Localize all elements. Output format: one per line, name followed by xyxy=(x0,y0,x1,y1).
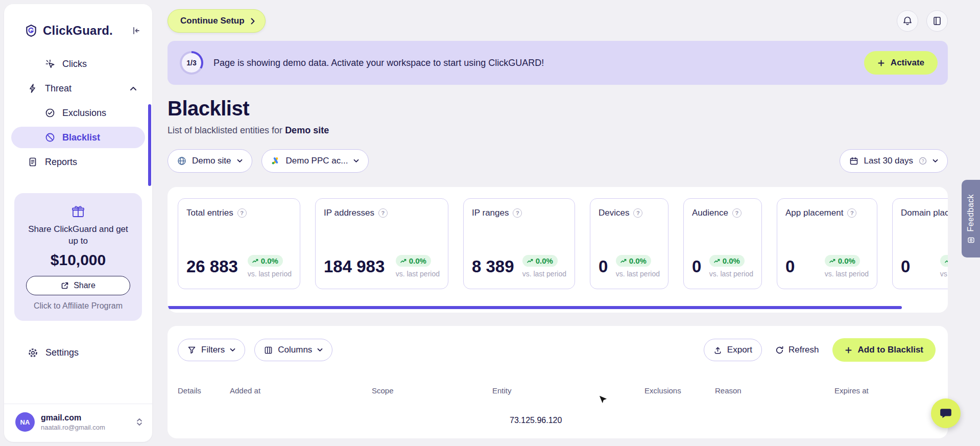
stat-label: IP addresses xyxy=(324,208,374,218)
stat-vs-label: vs. last period xyxy=(396,269,440,278)
sidebar-item-label: Clicks xyxy=(62,59,87,69)
google-ads-icon xyxy=(271,156,280,166)
setup-progress-ring: 1/3 xyxy=(180,51,203,75)
continue-setup-button[interactable]: Continue Setup xyxy=(168,9,266,33)
bell-icon xyxy=(902,16,913,26)
share-button-label: Share xyxy=(74,281,95,290)
chat-widget-button[interactable] xyxy=(931,398,961,428)
help-circle-icon: ? xyxy=(919,157,927,165)
filters-button[interactable]: Filters xyxy=(178,339,245,361)
column-header[interactable]: Expires at xyxy=(834,386,869,395)
column-header[interactable]: Reason xyxy=(715,386,742,395)
site-selector-label: Demo site xyxy=(192,156,231,166)
sidebar-item-label: Blacklist xyxy=(62,132,100,143)
sidebar-item-label: Exclusions xyxy=(62,108,106,119)
stat-vs-label: vs. last period xyxy=(709,269,753,278)
chevron-down-icon xyxy=(353,159,359,163)
column-header[interactable]: Scope xyxy=(372,386,394,395)
gift-icon xyxy=(23,204,133,219)
info-icon[interactable]: ? xyxy=(237,208,247,218)
subtitle-prefix: List of blacklisted entities for xyxy=(168,125,282,135)
columns-button[interactable]: Columns xyxy=(254,339,332,361)
column-header[interactable]: Details xyxy=(178,386,201,395)
columns-label: Columns xyxy=(278,345,312,355)
trend-badge: 0.0% xyxy=(522,255,558,267)
main-content: Continue Setup 1/3 Page is showing demo … xyxy=(168,0,948,446)
column-header[interactable]: Exclusions xyxy=(644,386,681,395)
docs-button[interactable] xyxy=(926,10,948,32)
stats-cards-row: Total entries? 26 883 0.0% vs. last peri… xyxy=(178,198,948,289)
info-icon[interactable]: ? xyxy=(732,208,742,218)
columns-icon xyxy=(264,346,273,355)
stat-card-domain-placement: Domain placement? 0 0.0% vs. last period xyxy=(892,198,948,289)
chevron-up-icon xyxy=(130,86,137,91)
table-row[interactable]: 73.125.96.120 xyxy=(178,416,936,429)
stat-card-ip-addresses: IP addresses? 184 983 0.0% vs. last peri… xyxy=(315,198,448,289)
calendar-icon xyxy=(849,156,858,166)
trend-up-icon xyxy=(527,259,533,263)
ppc-account-label: Demo PPC ac... xyxy=(286,156,348,166)
chevron-down-icon xyxy=(317,348,323,352)
stat-label: App placement xyxy=(785,208,843,218)
column-header[interactable]: Added at xyxy=(230,386,260,395)
funnel-icon xyxy=(187,346,196,354)
info-icon[interactable]: ? xyxy=(633,208,642,218)
sidebar-item-threat[interactable]: Threat xyxy=(11,78,145,99)
trend-badge: 0.0% xyxy=(396,255,431,267)
stat-card-ip-ranges: IP ranges? 8 389 0.0% vs. last period xyxy=(463,198,575,289)
sidebar-item-settings[interactable]: Settings xyxy=(4,347,152,358)
stat-label: Domain placement xyxy=(901,208,948,218)
stat-value: 8 389 xyxy=(472,257,514,276)
clickguard-logo-icon xyxy=(25,24,38,37)
chevrons-up-down-icon xyxy=(136,418,143,426)
gear-icon xyxy=(28,347,38,358)
sidebar-item-clicks[interactable]: Clicks xyxy=(11,53,145,75)
info-icon[interactable]: ? xyxy=(847,208,856,218)
date-range-selector[interactable]: Last 30 days ? xyxy=(840,149,948,173)
notifications-button[interactable] xyxy=(897,10,918,32)
info-icon[interactable]: ? xyxy=(378,208,388,218)
activate-label: Activate xyxy=(891,58,924,68)
date-range-label: Last 30 days xyxy=(864,156,913,166)
export-button[interactable]: Export xyxy=(704,339,762,361)
sidebar-item-label: Threat xyxy=(45,83,71,94)
site-selector[interactable]: Demo site xyxy=(168,149,252,173)
affiliate-link[interactable]: Click to Affiliate Program xyxy=(23,301,133,311)
activate-button[interactable]: Activate xyxy=(864,51,938,75)
table-toolbar: Filters Columns Export xyxy=(178,338,936,362)
horizontal-scrollbar[interactable] xyxy=(168,306,902,309)
feedback-tab[interactable]: Feedback xyxy=(962,180,980,257)
chevron-right-icon xyxy=(251,18,255,25)
stat-vs-label: vs. last period xyxy=(522,269,566,278)
promo-amount: $10,000 xyxy=(23,251,133,269)
stat-label: IP ranges xyxy=(472,208,509,218)
info-icon[interactable]: ? xyxy=(513,208,522,218)
ban-icon xyxy=(45,132,55,143)
svg-text:?: ? xyxy=(922,158,924,163)
stat-value: 26 883 xyxy=(186,257,238,276)
sidebar-item-blacklist[interactable]: Blacklist xyxy=(11,127,145,148)
refresh-button[interactable]: Refresh xyxy=(775,345,819,355)
sidebar-item-exclusions[interactable]: Exclusions xyxy=(11,102,145,124)
trend-up-icon xyxy=(714,259,720,263)
topbar: Continue Setup xyxy=(168,9,948,33)
demo-data-banner: 1/3 Page is showing demo data. Activate … xyxy=(168,41,948,85)
subtitle-site-name: Demo site xyxy=(285,125,329,135)
stats-panel: Total entries? 26 883 0.0% vs. last peri… xyxy=(168,187,948,313)
chevron-down-icon xyxy=(230,348,235,352)
share-button[interactable]: Share xyxy=(26,276,130,295)
circle-check-icon xyxy=(45,108,55,118)
setup-progress-text: 1/3 xyxy=(180,51,203,75)
sidebar-scrollbar[interactable] xyxy=(148,104,151,186)
ppc-account-selector[interactable]: Demo PPC ac... xyxy=(261,149,369,173)
stat-card-audience: Audience? 0 0.0% vs. last period xyxy=(683,198,762,289)
refresh-label: Refresh xyxy=(788,345,819,355)
user-menu[interactable]: NA gmail.com naatali.ro@gmail.com xyxy=(4,404,152,442)
sidebar-item-reports[interactable]: Reports xyxy=(11,151,145,173)
column-header[interactable]: Entity xyxy=(492,386,512,395)
sidebar: ClickGuard. Clicks Threat Exclusions xyxy=(4,4,152,442)
add-to-blacklist-button[interactable]: Add to Blacklist xyxy=(832,338,936,362)
document-icon xyxy=(28,157,38,167)
filters-row: Demo site Demo PPC ac... Last 30 days ? xyxy=(168,149,948,173)
collapse-sidebar-icon[interactable] xyxy=(132,26,141,35)
